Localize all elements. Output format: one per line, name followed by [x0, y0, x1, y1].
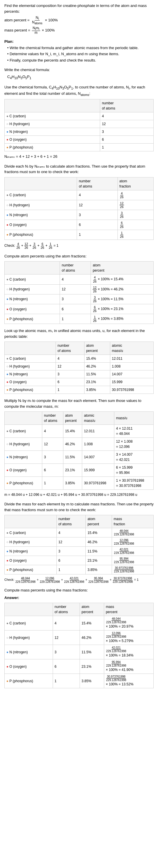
oxygen-apct: 23.1% [80, 659, 104, 674]
table-row: P (phosphorus) 1 126 × 100% = 3.85% [5, 314, 154, 324]
element-hydrogen: H (hydrogen) [5, 630, 53, 645]
element-phosphorus: P (phosphorus) [5, 674, 53, 688]
element-nitrogen: N (nitrogen) [5, 128, 100, 136]
table7: numberof atoms atompercent masspercent C… [4, 603, 154, 688]
phosphorus-mass: 30.973761998 [82, 477, 114, 490]
element-oxygen: O (oxygen) [5, 464, 42, 477]
element-carbon: C (carbon) [5, 528, 57, 537]
table4-col3-header: atomicmass/u [110, 342, 153, 355]
oxygen-mpct: 95.994229.128761998× 100% = 41.90% [104, 659, 153, 674]
oxygen-apct: 23.1% [86, 556, 112, 565]
table-row: N (nitrogen) 3 326 × 100% = 11.5% [5, 294, 154, 304]
element-carbon: C (carbon) [5, 275, 60, 284]
phosphorus-total-mass: 1 × 30.973761998= 30.973761998 [114, 477, 154, 490]
nitrogen-atoms: 3 [77, 210, 117, 220]
oxygen-atoms: 6 [77, 220, 117, 230]
step1-section: Use the chemical formula, C4H10N3O5P1, t… [4, 84, 154, 159]
table3-col1-header: numberof atoms [60, 261, 91, 275]
check6-line: Check: 48.044229.128761998 + 12.096229.1… [4, 577, 154, 583]
nitrogen-mpct: 42.021229.128761998× 100% = 18.34% [104, 645, 153, 659]
table2-col1-header: numberof atoms [77, 177, 117, 190]
carbon-mass: 12.011 [82, 425, 114, 438]
oxygen-atoms: 6 [56, 556, 86, 565]
table-row: C (carbon) 4 15.4% 12.011 [5, 355, 154, 363]
phosphorus-apct: 3.85% [86, 565, 112, 575]
hydrogen-apct: 46.2% [86, 537, 112, 547]
carbon-apct: 15.4% [63, 425, 82, 438]
table-row: O (oxygen) 6 23.1% 15.999 [5, 378, 154, 386]
table2: numberof atoms atomfraction C (carbon) 4… [4, 177, 154, 240]
step4-text: Look up the atomic mass, mᵢ, in unified … [4, 328, 154, 339]
step3-section: Compute atom percents using the atom fra… [4, 253, 154, 324]
carbon-mpct: 48.044229.128761998× 100% = 20.97% [104, 616, 153, 630]
intro-section: Find the elemental composition for creat… [4, 3, 154, 35]
table6-col3-header: massfraction [112, 515, 153, 528]
hydrogen-apct: 1226 × 100% = 46.2% [91, 284, 154, 294]
step7-text: Compute mass percents using the mass fra… [4, 587, 154, 593]
nitrogen-atoms: 3 [56, 547, 86, 556]
step4-section: Look up the atomic mass, mᵢ, in unified … [4, 328, 154, 394]
table-row: C (carbon) 4 15.4% 12.011 4 × 12.011= 48… [5, 425, 154, 438]
hydrogen-total-mass: 12 × 1.008= 12.096 [114, 438, 154, 451]
table-row: C (carbon) 4 15.4% 48.044229.128761998 [5, 528, 154, 537]
step1-text: Use the chemical formula, C4H10N3O5P1, t… [4, 84, 154, 97]
hydrogen-atoms: 12 [60, 284, 91, 294]
table4-col0-header [5, 342, 56, 355]
carbon-apct: 426 × 100% = 15.4% [91, 275, 154, 284]
table-row: N (nitrogen) 3 326 [5, 210, 154, 220]
element-hydrogen: H (hydrogen) [5, 120, 100, 128]
element-hydrogen: H (hydrogen) [5, 537, 57, 547]
nitrogen-atoms: 3 [56, 370, 84, 378]
oxygen-mass: 15.999 [110, 378, 153, 386]
oxygen-frac: 626 [117, 220, 153, 230]
table-row: C (carbon) 4 426 [5, 190, 154, 200]
hydrogen-massfrac: 12.096229.128761998 [112, 537, 153, 547]
oxygen-apct: 23.1% [84, 378, 110, 386]
element-carbon: C (carbon) [5, 113, 100, 120]
intro-text: Find the elemental composition for creat… [4, 3, 154, 14]
element-phosphorus: P (phosphorus) [5, 144, 100, 151]
phosphorus-atoms: 1 [56, 565, 86, 575]
table3-col2-header: atompercent [91, 261, 154, 275]
phosphorus-atoms: 1 [60, 314, 91, 324]
oxygen-apct: 23.1% [63, 464, 82, 477]
oxygen-atoms: 6 [53, 659, 80, 674]
carbon-frac: 426 [117, 190, 153, 200]
hydrogen-mass: 1.008 [110, 363, 153, 370]
table-row: N (nitrogen) 3 11.5% 14.007 3 × 14.007= … [5, 451, 154, 464]
element-nitrogen: N (nitrogen) [5, 294, 60, 304]
step6-section: Divide the mass for each element by m to… [4, 501, 154, 583]
plan-list: Write the chemical formula and gather at… [4, 45, 154, 63]
oxygen-apct: 626 × 100% = 23.1% [91, 304, 154, 314]
element-nitrogen: N (nitrogen) [5, 451, 42, 464]
carbon-mass: 12.011 [110, 355, 153, 363]
table-row: P (phosphorus) 1 3.85% 30.973761998 [5, 386, 154, 394]
table3-col0-header [5, 261, 60, 275]
table2-col0-header [5, 177, 77, 190]
step3-text: Compute atom percents using the atom fra… [4, 253, 154, 259]
hydrogen-atoms: 12 [56, 363, 84, 370]
table7-col0-header [5, 603, 53, 616]
element-hydrogen: H (hydrogen) [5, 438, 42, 451]
table-row: H (hydrogen) 12 1226 [5, 200, 154, 210]
nitrogen-apct: 11.5% [86, 547, 112, 556]
nitrogen-apct: 326 × 100% = 11.5% [91, 294, 154, 304]
element-nitrogen: N (nitrogen) [5, 210, 77, 220]
nitrogen-total-mass: 3 × 14.007= 42.021 [114, 451, 154, 464]
element-carbon: C (carbon) [5, 355, 56, 363]
table6-col2-header: atompercent [86, 515, 112, 528]
carbon-atoms: 4 [60, 275, 91, 284]
formula-lines: atom percent = NiNatoms × 100% mass perc… [4, 16, 154, 35]
plan-item-3: Finally, compute the percents and check … [7, 58, 154, 63]
element-phosphorus: P (phosphorus) [5, 386, 56, 394]
nitrogen-apct: 11.5% [63, 451, 82, 464]
mass-percent-formula: mass percent = Nimim × 100% [4, 26, 154, 35]
hydrogen-apct: 46.2% [63, 438, 82, 451]
element-nitrogen: N (nitrogen) [5, 547, 57, 556]
table-row: O (oxygen) 6 626 × 100% = 23.1% [5, 304, 154, 314]
nitrogen-apct: 11.5% [80, 645, 104, 659]
table2-col2-header: atomfraction [117, 177, 153, 190]
element-phosphorus: P (phosphorus) [5, 230, 77, 240]
table-row: H (hydrogen) 12 46.2% 1.008 12 × 1.008= … [5, 438, 154, 451]
table1: numberof atoms C (carbon) 4 H (hydrogen)… [4, 99, 154, 151]
